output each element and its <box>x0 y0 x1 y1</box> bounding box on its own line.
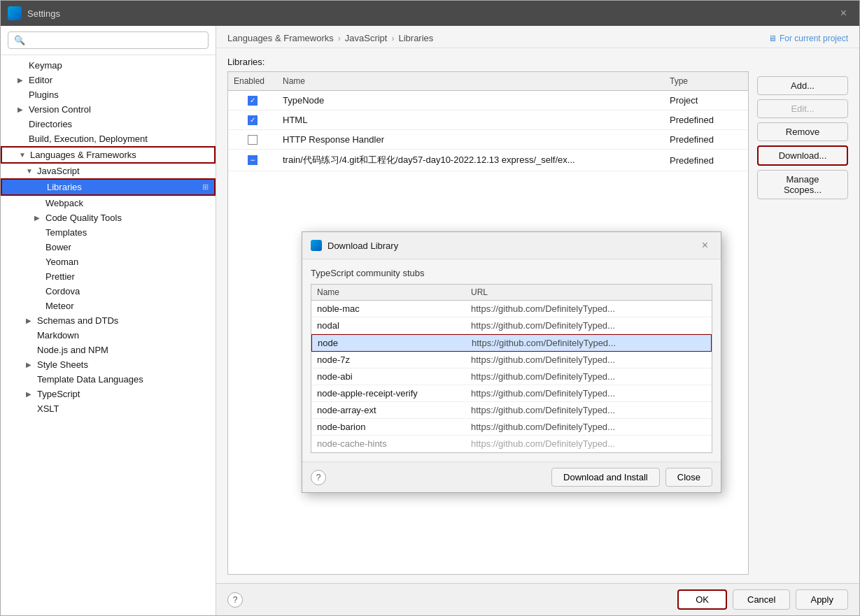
bottom-right: OK Cancel Apply <box>677 589 848 610</box>
sidebar-item-meteor[interactable]: Meteor <box>1 299 216 313</box>
table-row[interactable]: ✓ HTML Predefined <box>228 110 748 130</box>
cell-type-train: Predefined <box>664 154 748 167</box>
sidebar-item-build[interactable]: Build, Execution, Deployment <box>1 131 216 146</box>
sidebar-item-libraries[interactable]: Libraries ⊞ <box>1 178 216 196</box>
sidebar-item-nodejs[interactable]: Node.js and NPM <box>1 343 216 357</box>
sidebar-item-typescript[interactable]: ▶ TypeScript <box>1 387 216 401</box>
arrow-icon: ▶ <box>26 317 37 324</box>
sidebar-item-keymap[interactable]: Keymap <box>1 58 216 73</box>
sidebar-item-bower[interactable]: Bower <box>1 240 216 255</box>
arrow-icon: ▶ <box>26 390 37 398</box>
dialog-help-button[interactable]: ? <box>311 470 326 485</box>
download-install-button[interactable]: Download and Install <box>551 468 660 487</box>
list-item[interactable]: nodal https://github.com/DefinitelyTyped… <box>311 317 712 334</box>
help-button[interactable]: ? <box>227 592 243 608</box>
list-item[interactable]: node-abi https://github.com/DefinitelyTy… <box>311 368 712 385</box>
apply-button[interactable]: Apply <box>796 589 848 610</box>
current-project-label: For current project <box>780 34 848 43</box>
dl-table-header: Name URL <box>311 285 712 301</box>
sidebar-item-code-quality[interactable]: ▶ Code Quality Tools <box>1 210 216 225</box>
sidebar-item-editor[interactable]: ▶ Editor <box>1 73 216 87</box>
dl-url-node-barion: https://github.com/DefinitelyTyped... <box>465 419 712 435</box>
dialog-footer: ? Download and Install Close <box>302 461 721 492</box>
col-header-name: Name <box>277 75 664 87</box>
dialog-app-icon <box>311 240 322 251</box>
checkbox-html[interactable]: ✓ <box>248 115 258 125</box>
sidebar-item-yeoman[interactable]: Yeoman <box>1 255 216 269</box>
sidebar-item-cordova[interactable]: Cordova <box>1 284 216 299</box>
remove-button[interactable]: Remove <box>757 122 848 141</box>
dialog-close-btn[interactable]: Close <box>665 468 712 487</box>
list-item[interactable]: noble-mac https://github.com/DefinitelyT… <box>311 301 712 317</box>
dl-name-node-array: node-array-ext <box>311 402 465 418</box>
edit-button[interactable]: Edit... <box>757 99 848 118</box>
list-item[interactable]: node-cache-hints https://github.com/Defi… <box>311 436 712 452</box>
arrow-icon: ▶ <box>17 76 29 84</box>
sidebar-item-directories[interactable]: Directories <box>1 117 216 131</box>
close-button[interactable]: × <box>835 4 852 22</box>
list-item[interactable]: node-array-ext https://github.com/Defini… <box>311 402 712 419</box>
dialog-close-button[interactable]: × <box>698 238 712 253</box>
bottom-bar: ? OK Cancel Apply <box>216 583 859 615</box>
sidebar-item-xslt[interactable]: XSLT <box>1 401 216 416</box>
cell-enabled-http[interactable] <box>228 134 277 146</box>
dl-url-noble-mac: https://github.com/DefinitelyTyped... <box>465 301 712 317</box>
sidebar-item-schemas[interactable]: ▶ Schemas and DTDs <box>1 313 216 328</box>
table-row[interactable]: ✓ TypeNode Project <box>228 91 748 110</box>
sidebar-item-languages-frameworks[interactable]: ▼ Languages & Frameworks <box>1 146 216 164</box>
manage-scopes-button[interactable]: Manage Scopes... <box>757 170 848 199</box>
ok-button[interactable]: OK <box>677 589 727 610</box>
dl-name-node-apple: node-apple-receipt-verify <box>311 385 465 401</box>
table-row[interactable]: HTTP Response Handler Predefined <box>228 130 748 150</box>
search-input[interactable]: 🔍 <box>8 31 209 49</box>
list-item[interactable]: node https://github.com/DefinitelyTyped.… <box>311 334 712 352</box>
breadcrumb-part-2: JavaScript <box>345 33 388 43</box>
dialog-subtitle: TypeScript community stubs <box>311 268 712 278</box>
sidebar-item-plugins[interactable]: Plugins <box>1 87 216 102</box>
add-button[interactable]: Add... <box>757 76 848 95</box>
dl-name-node-7z: node-7z <box>311 352 465 368</box>
dialog-title: Download Library <box>327 241 698 251</box>
sidebar-item-javascript[interactable]: ▼ JavaScript ⊞ <box>1 164 216 178</box>
dl-url-node-array: https://github.com/DefinitelyTyped... <box>465 402 712 418</box>
sidebar-item-markdown[interactable]: Markdown <box>1 328 216 343</box>
cell-type-typenode: Project <box>664 94 748 107</box>
dl-table-scroll: noble-mac https://github.com/DefinitelyT… <box>311 301 712 452</box>
sidebar-item-prettier[interactable]: Prettier <box>1 269 216 284</box>
cell-enabled-typenode[interactable]: ✓ <box>228 94 277 107</box>
breadcrumb-part-1: Languages & Frameworks <box>227 33 334 43</box>
dl-name-node-abi: node-abi <box>311 368 465 385</box>
checkbox-http[interactable] <box>248 135 258 145</box>
sidebar-item-version-control[interactable]: ▶ Version Control ⊞ <box>1 102 216 117</box>
dialog-title-bar: Download Library × <box>302 232 721 259</box>
list-item[interactable]: node-7z https://github.com/DefinitelyTyp… <box>311 352 712 368</box>
settings-window: Settings × 🔍 Keymap ▶ Editor <box>0 0 860 616</box>
checkbox-train[interactable]: − <box>248 155 258 165</box>
sidebar-item-webpack[interactable]: Webpack <box>1 196 216 210</box>
sidebar-item-templates[interactable]: Templates <box>1 225 216 240</box>
dl-url-node: https://github.com/DefinitelyTyped... <box>466 335 711 351</box>
sidebar-item-stylesheets[interactable]: ▶ Style Sheets <box>1 357 216 372</box>
col-header-enabled: Enabled <box>228 75 277 87</box>
col-header-type: Type <box>664 75 748 87</box>
cell-name-train: train/代码练习/4.git和工程化/day57-day10-2022.12… <box>277 152 664 168</box>
list-item[interactable]: node-apple-receipt-verify https://github… <box>311 385 712 402</box>
cell-enabled-html[interactable]: ✓ <box>228 114 277 127</box>
download-button[interactable]: Download... <box>757 145 848 166</box>
arrow-icon: ▼ <box>19 151 30 159</box>
current-project-link[interactable]: 🖥 For current project <box>768 34 848 43</box>
cell-enabled-train[interactable]: − <box>228 154 277 166</box>
cancel-button[interactable]: Cancel <box>733 589 790 610</box>
monitor-icon: 🖥 <box>768 34 777 43</box>
dl-url-node-7z: https://github.com/DefinitelyTyped... <box>465 352 712 368</box>
search-bar: 🔍 <box>1 26 216 55</box>
section-title: Libraries: <box>227 57 749 67</box>
table-row[interactable]: − train/代码练习/4.git和工程化/day57-day10-2022.… <box>228 150 748 171</box>
checkbox-typenode[interactable]: ✓ <box>248 96 258 106</box>
cell-name-typenode: TypeNode <box>277 94 664 107</box>
sidebar-item-template-data[interactable]: Template Data Languages <box>1 372 216 387</box>
dl-url-node-apple: https://github.com/DefinitelyTyped... <box>465 385 712 401</box>
arrow-icon: ▶ <box>26 361 37 368</box>
list-item[interactable]: node-barion https://github.com/Definitel… <box>311 419 712 436</box>
breadcrumb-part-3: Libraries <box>398 33 433 43</box>
